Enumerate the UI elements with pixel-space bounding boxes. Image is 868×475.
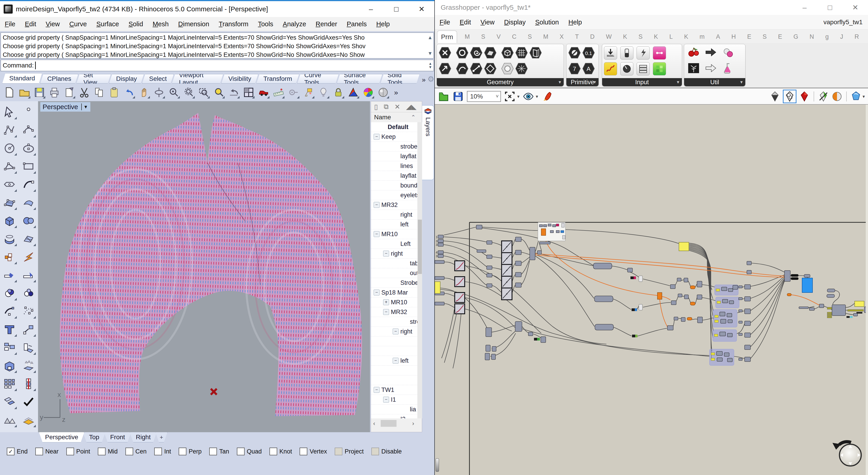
osnap-int[interactable]: Int	[154, 448, 171, 455]
ellipse-button[interactable]	[19, 139, 38, 157]
paste-button[interactable]	[108, 85, 121, 99]
box-param-icon[interactable]	[501, 47, 514, 59]
minimize-button[interactable]: –	[792, 0, 817, 15]
ribbon-tab[interactable]: S	[481, 33, 485, 40]
polyline-button[interactable]	[0, 121, 19, 139]
number-param-icon[interactable]: 0.1	[582, 47, 595, 59]
spiral-param-icon[interactable]	[470, 47, 483, 59]
ribbon-tab[interactable]: E	[778, 33, 782, 40]
gh-node-cluster-right[interactable]	[747, 261, 868, 318]
osnap-point[interactable]: Point	[66, 448, 90, 455]
scroll-right-icon[interactable]: ›	[412, 420, 414, 427]
text-button[interactable]	[0, 320, 19, 339]
boolean-difference-button[interactable]	[19, 284, 38, 302]
copy-to-clipboard-button[interactable]	[63, 85, 75, 99]
menu-view[interactable]: View	[476, 19, 499, 26]
zoom-extents-icon[interactable]	[504, 91, 516, 102]
layer-row[interactable]: lines	[371, 161, 417, 171]
value-list-button[interactable]	[637, 62, 650, 75]
checkbox[interactable]	[237, 448, 245, 455]
field-param-icon[interactable]	[515, 63, 528, 74]
ribbon-tab[interactable]: R	[855, 33, 859, 40]
close-button[interactable]: ✕	[843, 0, 868, 15]
perspective-viewport[interactable]: x y z Perspective ▼	[38, 101, 370, 432]
layer-row[interactable]: Default	[371, 122, 417, 132]
new-file-button[interactable]	[3, 85, 16, 99]
viewport-title[interactable]: Perspective ▼	[40, 102, 90, 112]
annotate-tool-button[interactable]	[302, 85, 315, 99]
array-button[interactable]	[0, 375, 19, 393]
menu-dimension[interactable]: Dimension	[174, 20, 214, 28]
zoom-selected-button[interactable]	[183, 85, 195, 99]
tab-gear-icon[interactable]: ⚙	[428, 74, 434, 84]
layer-row[interactable]: right	[371, 210, 417, 220]
gh-graph-mapper-column[interactable]	[502, 241, 512, 300]
layer-row[interactable]: Strobel	[371, 278, 417, 288]
layer-row[interactable]: eyelets	[371, 190, 417, 200]
toolbar-tab-visibility[interactable]: Visibility	[221, 74, 258, 84]
leader-button[interactable]	[19, 320, 38, 339]
gradient-button[interactable]	[653, 46, 666, 60]
galapagos-cherries-icon[interactable]	[687, 46, 700, 58]
solid-union-button[interactable]	[0, 357, 19, 375]
jitter-button[interactable]	[637, 46, 650, 60]
layer-row[interactable]: −Sp18 Mar	[371, 288, 417, 297]
layer-row[interactable]: I2	[371, 414, 417, 418]
checkbox[interactable]	[179, 448, 186, 455]
metaball-icon[interactable]	[722, 46, 734, 58]
rectangle-button[interactable]	[19, 157, 38, 176]
menu-analyze[interactable]: Analyze	[278, 20, 311, 28]
ribbon-tab-params[interactable]: Prm	[437, 31, 457, 43]
active-document-label[interactable]: vaporfly5_tw1	[824, 19, 863, 26]
viewport-tab-perspective[interactable]: Perspective	[39, 432, 84, 442]
zoom-dynamic-button[interactable]	[167, 85, 180, 99]
graph-mapper-button[interactable]	[604, 62, 617, 75]
gh-white-group[interactable]	[538, 222, 565, 241]
layer-row[interactable]: C	[371, 346, 417, 356]
osnap-knot[interactable]: Knot	[270, 448, 292, 455]
checkbox[interactable]	[154, 448, 162, 455]
ribbon-tab[interactable]: S	[528, 33, 532, 40]
toolbar-tab-cplanes[interactable]: CPlanes	[40, 74, 79, 84]
copy-button[interactable]	[93, 85, 105, 99]
save-document-icon[interactable]	[453, 91, 464, 102]
paint-flame-icon[interactable]	[541, 91, 553, 102]
layer-row[interactable]: −right	[371, 327, 417, 337]
maximize-button[interactable]: □	[383, 1, 409, 17]
osnap-near[interactable]: Near	[35, 448, 59, 455]
menu-edit[interactable]: Edit	[455, 19, 476, 26]
circle-param-icon[interactable]	[456, 47, 468, 59]
checkbox[interactable]	[98, 448, 105, 455]
ribbon-tab[interactable]: S	[763, 33, 767, 40]
layer-row[interactable]: tabb	[371, 259, 417, 268]
text-param-icon[interactable]: A	[582, 63, 595, 74]
scrollbar-thumb[interactable]	[418, 220, 422, 274]
cut-button[interactable]	[78, 85, 91, 99]
osnap-end[interactable]: ✓End	[7, 448, 28, 455]
ribbon-tab[interactable]: G	[794, 33, 798, 40]
circle-button[interactable]	[0, 139, 19, 157]
layer-row[interactable]: left	[371, 220, 417, 229]
checkbox[interactable]	[300, 448, 307, 455]
checkbox[interactable]	[209, 448, 217, 455]
brep-param-icon[interactable]	[529, 47, 542, 59]
line-param-icon[interactable]	[470, 63, 483, 74]
viewport-tab-right[interactable]: Right	[130, 432, 157, 442]
layer-row[interactable]: C	[371, 337, 417, 346]
trim-button[interactable]	[0, 266, 19, 284]
open-file-button[interactable]	[18, 85, 31, 99]
ribbon-tab[interactable]: S	[639, 33, 643, 40]
osnap-perp[interactable]: Perp	[179, 448, 202, 455]
boolean-toggle-button[interactable]	[620, 46, 633, 60]
viewport-layout-button[interactable]	[242, 85, 255, 99]
ribbon-tab[interactable]: A	[716, 33, 720, 40]
osnap-quad[interactable]: Quad	[237, 448, 262, 455]
colour-picker-button[interactable]	[653, 62, 666, 75]
gem-blue-icon[interactable]	[850, 91, 862, 102]
maximize-button[interactable]: □	[817, 0, 843, 15]
layer-row[interactable]: bound	[371, 181, 417, 190]
menu-file[interactable]: File	[0, 20, 20, 28]
menu-tools[interactable]: Tools	[253, 20, 278, 28]
checkbox[interactable]	[371, 448, 379, 455]
osnap-mid[interactable]: Mid	[98, 448, 118, 455]
